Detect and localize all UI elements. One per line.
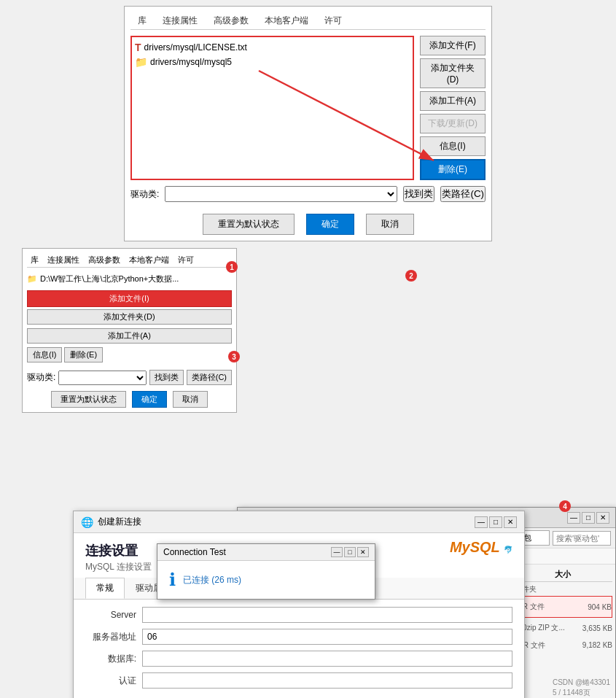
mid-info-btn[interactable]: 信息(I) [27,347,62,362]
class-path-btn[interactable]: 类路径(C) [440,186,486,202]
file-item-license: T drivers/mysql/LICENSE.txt [135,40,410,55]
delete-btn[interactable]: 删除(E) [420,159,486,180]
mid-find-class-btn[interactable]: 找到类 [149,370,184,385]
top-tabs: 库 连接属性 高级参数 本地客户端 许可 [130,12,486,30]
mid-add-folder-btn[interactable]: 添加文件夹(D) [27,309,232,325]
mid-driver-row: 驱动类: 找到类 类路径(C) [27,370,232,385]
find-class-btn[interactable]: 找到类 [403,186,434,202]
fd-search-input[interactable] [553,531,611,546]
mid-tabs: 库 连接属性 高级参数 本地客户端 许可 [27,253,232,268]
pb-maximize-btn[interactable]: □ [489,516,502,528]
info-btn[interactable]: 信息(I) [420,136,486,156]
marker-4-badge: 4 [559,500,571,512]
marker-3-pos: 3 [228,351,240,362]
marker-4-pos: 4 [559,500,571,512]
tab-advanced[interactable]: 高级参数 [206,12,256,29]
top-driver-panel: 库 连接属性 高级参数 本地客户端 许可 T drivers/mysql/LIC… [124,6,492,241]
mid-confirm-btn[interactable]: 确定 [132,391,167,408]
pb-close-btn[interactable]: ✕ [504,516,517,528]
mid-driver-select[interactable] [58,371,146,385]
mid-tab-license[interactable]: 许可 [174,253,198,267]
pb-auth-input[interactable] [142,672,512,689]
fd-file-size-presto: 9,182 KB [576,641,612,649]
add-folder-btn[interactable]: 添加文件夹(D) [420,58,486,88]
mid-left-panel: 库 连接属性 高级参数 本地客户端 许可 📁 D:\W智工作\上海\北京Pyth… [22,248,237,413]
fd-file-size-mysql-jar: 904 KB [575,603,612,611]
fd-close-btn[interactable]: ✕ [596,512,609,524]
driver-class-select[interactable] [165,186,397,202]
connected-label: 已连接 (26 ms) [183,575,241,585]
driver-class-label: 驱动类: [130,188,159,201]
mid-class-path-btn[interactable]: 类路径(C) [187,370,232,385]
ctd-title-text: Connection Test [163,547,331,557]
connection-test-dialog: Connection Test — □ ✕ ℹ 已连接 (26 ms) 3 [157,543,375,600]
csdn-watermark: CSDN @蜷43301 5 / 11448页 [553,678,610,698]
mid-tab-library[interactable]: 库 [27,253,42,267]
file-list-box: T drivers/mysql/LICENSE.txt 📁 drivers/my… [130,36,414,180]
mid-tab-local[interactable]: 本地客户端 [125,253,173,267]
new-connection-dialog: 🌐 创建新连接 — □ ✕ 连接设置 MySQL 连接设置 MySQL 🐬 常规… [73,511,525,698]
pb-host-row: 服务器地址 [85,629,512,645]
mid-driver-label: 驱动类: [27,371,55,384]
mid-row2: 信息(I) 删除(E) [27,347,232,364]
mid-add-tool-btn[interactable]: 添加工件(A) [27,328,232,344]
ctd-minimize-btn[interactable]: — [331,547,343,557]
marker-2-badge: 2 [405,270,417,282]
mid-tab-conn[interactable]: 连接属性 [44,253,83,267]
mid-add-file-btn[interactable]: 添加文件(I) [27,290,232,307]
info-icon: ℹ [169,570,176,590]
marker-1-pos: 1 [226,261,238,273]
fd-file-size-mysql-zip: 3,635 KB [576,624,612,632]
file-name-license: drivers/mysql/LICENSE.txt [144,42,247,53]
mid-reset-btn[interactable]: 重置为默认状态 [51,391,126,408]
tab-local-client[interactable]: 本地客户端 [257,12,316,29]
ctd-message: 已连接 (26 ms) [183,574,241,586]
fd-win-controls: — □ ✕ [567,512,609,524]
text-file-icon: T [135,42,141,53]
mid-btn-group: 添加文件(I) 添加文件夹(D) 添加工件(A) 信息(I) 删除(E) [27,290,232,364]
pb-server-input[interactable] [142,607,512,623]
ctd-maximize-btn[interactable]: □ [344,547,356,557]
fd-col-size: 大小 [552,569,612,580]
marker-1-badge: 1 [226,261,238,273]
pb-db-label: 数据库: [85,653,136,665]
file-item-mysql5: 📁 drivers/mysql/mysql5 [135,55,410,69]
add-tool-btn[interactable]: 添加工件(A) [420,91,486,111]
folder-icon: 📁 [135,56,147,68]
tree-path: D:\W智工作\上海\北京Python+大数据... [40,274,179,284]
cancel-btn[interactable]: 取消 [366,214,414,235]
marker-3-badge: 3 [228,351,240,362]
ctd-titlebar: Connection Test — □ ✕ [157,544,375,561]
marker-2-pos: 2 [405,270,417,282]
pb-host-input[interactable] [142,629,512,645]
mid-cancel-btn[interactable]: 取消 [173,391,208,408]
tab-license[interactable]: 许可 [317,12,349,29]
confirm-btn[interactable]: 确定 [306,214,354,235]
mysql-logo: MySQL 🐬 [450,539,512,556]
csdn-page-info: 5 / 11448页 [553,688,610,698]
mid-tab-advanced[interactable]: 高级参数 [85,253,124,267]
tab-conn-props[interactable]: 连接属性 [155,12,205,29]
fd-maximize-btn[interactable]: □ [582,512,595,524]
add-file-btn[interactable]: 添加文件(F) [420,36,486,55]
pb-db-input[interactable] [142,651,512,667]
pb-form: Server 服务器地址 数据库: 认证 [74,600,524,698]
mid-delete-btn[interactable]: 删除(E) [64,347,103,362]
pb-db-row: 数据库: [85,651,512,667]
driver-class-row: 驱动类: 找到类 类路径(C) [130,186,486,202]
reset-btn[interactable]: 重置为默认状态 [203,214,295,235]
fd-minimize-btn[interactable]: — [567,512,580,524]
pb-auth-row: 认证 [85,672,512,689]
tab-library[interactable]: 库 [130,12,154,29]
ctd-win-controls: — □ ✕ [331,547,369,557]
mid-bottom-btns: 重置为默认状态 确定 取消 [27,391,232,408]
ctd-close-btn[interactable]: ✕ [357,547,369,557]
pb-win-controls: — □ ✕ [475,516,517,528]
pb-tab-general[interactable]: 常规 [85,578,125,599]
pb-auth-label: 认证 [85,675,136,687]
download-update-btn[interactable]: 下载/更新(D) [420,114,486,133]
driver-content: T drivers/mysql/LICENSE.txt 📁 drivers/my… [130,36,486,180]
pb-minimize-btn[interactable]: — [475,516,488,528]
pb-title-icon: 🌐 [81,516,93,528]
csdn-text: CSDN @蜷43301 [553,678,610,688]
